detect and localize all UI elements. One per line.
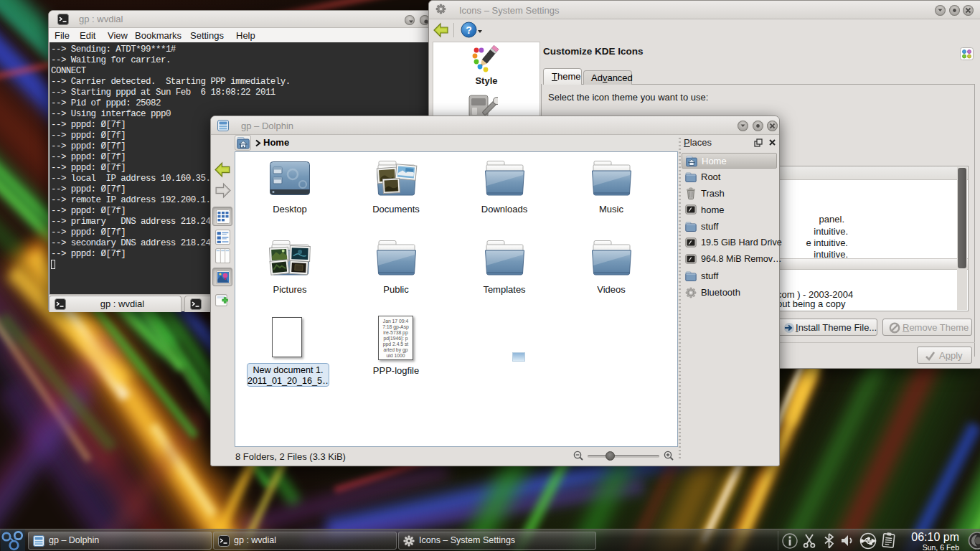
svg-text:?: ? [466,24,472,36]
